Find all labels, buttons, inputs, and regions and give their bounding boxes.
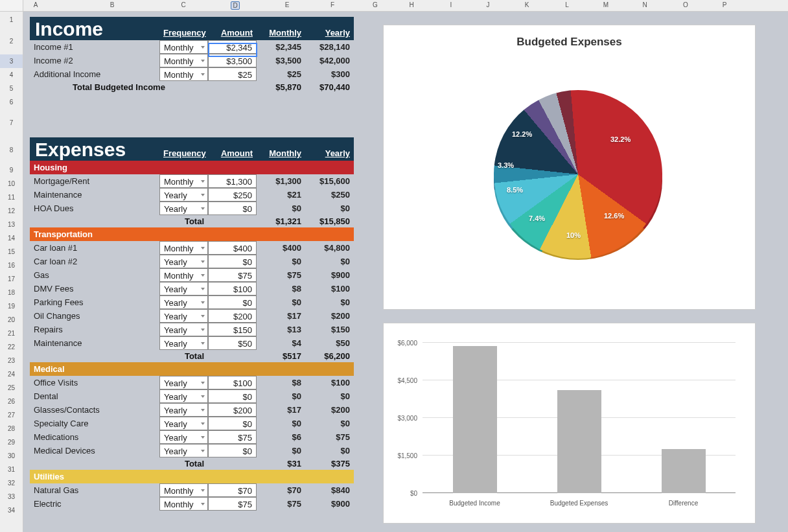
col-header-M[interactable]: M <box>601 1 610 8</box>
col-header-O[interactable]: O <box>681 1 690 8</box>
col-header-B[interactable]: B <box>108 1 117 8</box>
amount-input[interactable]: $0 <box>208 389 257 403</box>
amount-input[interactable]: $3,500 <box>208 54 257 67</box>
frequency-dropdown[interactable]: Yearly <box>159 430 208 444</box>
frequency-dropdown[interactable]: Yearly <box>159 403 208 417</box>
amount-input[interactable]: $100 <box>208 282 257 295</box>
row-header-21[interactable]: 21 <box>0 327 23 340</box>
col-header-H[interactable]: H <box>407 1 416 8</box>
amount-input[interactable]: $150 <box>208 323 257 336</box>
row-header-29[interactable]: 29 <box>0 435 23 449</box>
row-header-8[interactable]: 8 <box>0 137 23 163</box>
amount-input[interactable]: $0 <box>208 417 257 430</box>
row-header-19[interactable]: 19 <box>0 299 23 313</box>
row-header-27[interactable]: 27 <box>0 408 23 422</box>
frequency-dropdown[interactable]: Monthly <box>159 67 208 81</box>
amount-input[interactable]: $75 <box>208 268 257 282</box>
row-header-3[interactable]: 3 <box>0 54 23 68</box>
col-header-K[interactable]: K <box>522 1 531 8</box>
row-header-2[interactable]: 2 <box>0 29 23 54</box>
col-header-J[interactable]: J <box>483 1 492 8</box>
row-header-34[interactable]: 34 <box>0 503 23 517</box>
row-header-12[interactable]: 12 <box>0 204 23 218</box>
amount-input[interactable]: $75 <box>208 430 257 444</box>
frequency-dropdown[interactable]: Yearly <box>159 255 208 268</box>
row-header-10[interactable]: 10 <box>0 177 23 191</box>
amount-input[interactable]: $0 <box>208 444 257 457</box>
frequency-dropdown[interactable]: Monthly <box>159 40 208 54</box>
row-header-11[interactable]: 11 <box>0 191 23 204</box>
income-total-monthly: $5,870 <box>257 81 305 93</box>
row-header-6[interactable]: 6 <box>0 95 23 109</box>
amount-input[interactable]: $25 <box>208 67 257 81</box>
col-header-P[interactable]: P <box>720 1 729 8</box>
row-header-32[interactable]: 32 <box>0 476 23 490</box>
row-header-33[interactable]: 33 <box>0 490 23 503</box>
row-header-25[interactable]: 25 <box>0 381 23 395</box>
row-header-15[interactable]: 15 <box>0 245 23 259</box>
amount-input[interactable]: $0 <box>208 295 257 309</box>
frequency-dropdown[interactable]: Yearly <box>159 295 208 309</box>
col-header-F[interactable]: F <box>328 1 337 8</box>
row-header-23[interactable]: 23 <box>0 354 23 367</box>
frequency-dropdown[interactable]: Yearly <box>159 309 208 323</box>
frequency-dropdown[interactable]: Yearly <box>159 202 208 215</box>
amount-input[interactable]: $0 <box>208 255 257 268</box>
frequency-dropdown[interactable]: Yearly <box>159 376 208 389</box>
frequency-dropdown[interactable]: Monthly <box>159 174 208 188</box>
select-all-corner[interactable] <box>0 0 23 12</box>
row-header-9[interactable]: 9 <box>0 163 23 177</box>
row-header-16[interactable]: 16 <box>0 259 23 272</box>
chart-budgeted-expenses[interactable]: Budgeted Expenses 32.2% 12.6% 10% 7.4% 8… <box>383 25 756 310</box>
row-header-18[interactable]: 18 <box>0 286 23 299</box>
frequency-dropdown[interactable]: Monthly <box>159 241 208 255</box>
amount-input[interactable]: $1,300 <box>208 174 257 188</box>
col-header-G[interactable]: G <box>371 1 380 8</box>
row-header-26[interactable]: 26 <box>0 395 23 408</box>
row-header-14[interactable]: 14 <box>0 231 23 245</box>
amount-input[interactable]: $0 <box>208 202 257 215</box>
row-header-22[interactable]: 22 <box>0 340 23 354</box>
col-header-I[interactable]: I <box>446 1 456 8</box>
col-header-L[interactable]: L <box>562 1 572 8</box>
frequency-dropdown[interactable]: Monthly <box>159 497 208 511</box>
amount-input[interactable]: $70 <box>208 483 257 497</box>
amount-input[interactable]: $100 <box>208 376 257 389</box>
amount-input[interactable]: $50 <box>208 336 257 350</box>
col-header-C[interactable]: C <box>179 1 188 8</box>
row-header-17[interactable]: 17 <box>0 272 23 286</box>
frequency-dropdown[interactable]: Yearly <box>159 336 208 350</box>
frequency-dropdown[interactable]: Yearly <box>159 389 208 403</box>
frequency-dropdown[interactable]: Monthly <box>159 483 208 497</box>
frequency-dropdown[interactable]: Yearly <box>159 282 208 295</box>
chart-budget-comparison[interactable]: $0$1,500$3,000$4,500$6,000Budgeted Incom… <box>383 323 756 524</box>
row-header-5[interactable]: 5 <box>0 82 23 95</box>
amount-input[interactable]: $250 <box>208 188 257 202</box>
row-header-24[interactable]: 24 <box>0 367 23 381</box>
frequency-dropdown[interactable]: Monthly <box>159 54 208 67</box>
row-header-30[interactable]: 30 <box>0 449 23 463</box>
row-header-13[interactable]: 13 <box>0 218 23 231</box>
frequency-dropdown[interactable]: Monthly <box>159 268 208 282</box>
frequency-dropdown[interactable]: Yearly <box>159 444 208 457</box>
col-header-E[interactable]: E <box>283 1 292 8</box>
amount-input[interactable]: $2,345 <box>208 40 257 54</box>
frequency-dropdown[interactable]: Yearly <box>159 417 208 430</box>
row-header-1[interactable]: 1 <box>0 12 23 29</box>
amount-input[interactable]: $200 <box>208 403 257 417</box>
col-header-D[interactable]: D <box>231 1 240 10</box>
amount-input[interactable]: $400 <box>208 241 257 255</box>
yearly-value: $0 <box>305 444 354 457</box>
row-header-28[interactable]: 28 <box>0 422 23 435</box>
amount-input[interactable]: $200 <box>208 309 257 323</box>
row-header-4[interactable]: 4 <box>0 68 23 82</box>
col-header-N[interactable]: N <box>640 1 649 8</box>
row-header-20[interactable]: 20 <box>0 313 23 327</box>
sheet-canvas[interactable]: Income Frequency Amount Monthly Yearly I… <box>23 12 788 532</box>
frequency-dropdown[interactable]: Yearly <box>159 323 208 336</box>
frequency-dropdown[interactable]: Yearly <box>159 188 208 202</box>
row-header-7[interactable]: 7 <box>0 109 23 137</box>
col-header-A[interactable]: A <box>31 1 40 8</box>
row-header-31[interactable]: 31 <box>0 463 23 476</box>
amount-input[interactable]: $75 <box>208 497 257 511</box>
